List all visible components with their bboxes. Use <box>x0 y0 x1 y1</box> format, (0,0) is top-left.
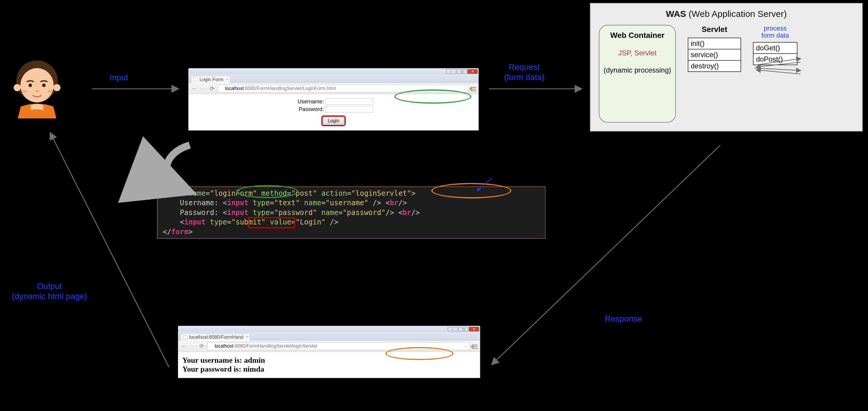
result-username-value: admin <box>244 356 265 365</box>
login-button[interactable]: Login <box>323 117 344 124</box>
back-button[interactable]: ← <box>191 85 197 92</box>
process-form-data-label: process form data <box>762 25 789 39</box>
result-username-label: Your username is: <box>182 356 244 365</box>
method-destroy: destroy() <box>688 61 741 71</box>
password-input[interactable] <box>326 106 373 112</box>
servlet-lifecycle: Servlet init() service() destroy() <box>688 25 741 72</box>
handler-methods-col: process form data doGet() doPost() <box>753 25 798 65</box>
servlet-title: Servlet <box>702 25 727 34</box>
close-tab-icon[interactable]: × <box>226 77 228 81</box>
web-container-desc: (dynamic processing) <box>602 66 672 74</box>
was-box: WAS (Web Application Server) Web Contain… <box>590 3 863 132</box>
highlight-url-loginservlet <box>385 347 454 360</box>
web-container-title: Web Container <box>602 31 672 40</box>
highlight-code-loginservlet <box>431 183 512 198</box>
window-close-button[interactable]: ✕ <box>469 327 479 331</box>
result-password-value: nimda <box>243 365 264 373</box>
svg-point-2 <box>28 83 32 87</box>
user-avatar <box>12 56 62 118</box>
username-label: Username: <box>294 99 324 105</box>
method-init: init() <box>688 38 741 49</box>
method-doget: doGet() <box>753 43 797 54</box>
was-title: WAS (Web Application Server) <box>599 9 854 19</box>
web-container-box: Web Container JSP, Servlet (dynamic proc… <box>599 25 676 123</box>
page-icon <box>183 335 187 339</box>
svg-point-4 <box>36 90 38 92</box>
window-maximize-button[interactable]: ▢ <box>457 69 467 74</box>
label-input: Input <box>110 73 128 82</box>
highlight-code-submit <box>248 217 295 228</box>
bookmark-star-icon[interactable]: ☆ <box>462 86 466 92</box>
window-minimize-button[interactable]: – <box>447 327 458 331</box>
svg-point-3 <box>42 83 45 87</box>
label-request: Request (form data) <box>504 62 545 82</box>
svg-point-8 <box>53 84 60 91</box>
svg-point-5 <box>22 90 27 93</box>
svg-point-6 <box>48 90 52 93</box>
close-tab-icon[interactable]: × <box>246 335 248 339</box>
result-password-label: Your password is: <box>182 365 243 373</box>
web-container-tech: JSP, Servlet <box>602 49 672 57</box>
forward-button[interactable]: → <box>200 85 206 92</box>
back-button[interactable]: ← <box>181 343 187 349</box>
page-icon <box>193 77 198 82</box>
highlight-url-loginform <box>394 90 471 104</box>
label-response: Response <box>605 314 642 324</box>
tab-title: Login Form <box>199 77 223 82</box>
window-close-button[interactable]: ✕ <box>467 69 477 74</box>
bookmark-star-icon[interactable]: ☆ <box>464 343 468 349</box>
highlight-code-loginform <box>236 185 299 198</box>
svg-line-11 <box>492 145 720 364</box>
handler-methods: doGet() doPost() <box>753 42 798 65</box>
lifecycle-methods: init() service() destroy() <box>688 38 741 72</box>
browser-tab[interactable]: Login Form × <box>191 76 230 83</box>
method-dopost: doPost() <box>753 54 797 65</box>
page-icon <box>209 344 213 348</box>
forward-button[interactable]: → <box>189 343 196 349</box>
page-icon <box>220 87 223 91</box>
svg-point-7 <box>13 84 21 91</box>
label-output: Output (dynamic html page) <box>12 281 87 301</box>
window-frame-controls: – ▢ ✕ <box>189 68 478 74</box>
browser-tab[interactable]: localhost:8080/FormHand × <box>181 334 250 341</box>
window-maximize-button[interactable]: ▢ <box>458 327 468 331</box>
tab-title: localhost:8080/FormHand <box>189 335 243 340</box>
username-input[interactable] <box>326 98 373 105</box>
window-minimize-button[interactable]: – <box>446 69 456 74</box>
password-label: Password: <box>294 106 324 112</box>
window-frame-controls: – ▢ ✕ <box>178 326 480 332</box>
svg-line-12 <box>51 133 169 367</box>
reload-button[interactable]: ⟳ <box>209 85 215 92</box>
reload-button[interactable]: ⟳ <box>198 343 205 349</box>
highlight-submit-button: Login <box>321 115 345 126</box>
method-service: service() <box>688 49 741 61</box>
